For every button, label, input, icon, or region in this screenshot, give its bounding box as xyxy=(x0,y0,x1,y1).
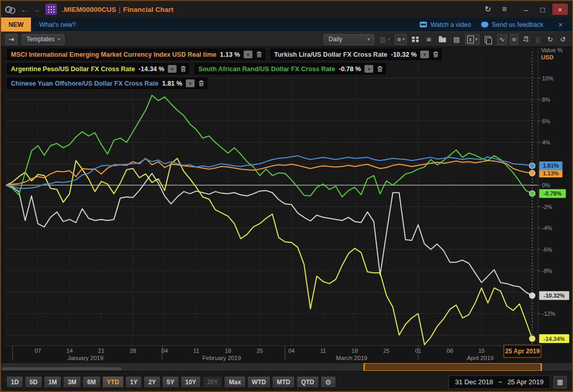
legend-chip-turkish-lira-usd[interactable]: Turkish Lira/US Dollar FX Cross Rate-10.… xyxy=(269,48,442,61)
legend-chip-argentine-peso-usd[interactable]: Argentine Peso/US Dollar FX Cross Rate-1… xyxy=(6,62,190,75)
y-tick-label: 4% xyxy=(542,139,550,145)
period-button-qtd[interactable]: QTD xyxy=(296,376,319,388)
day-tick-label: 25 xyxy=(257,348,263,354)
period-button-1d[interactable]: 1D xyxy=(6,376,23,388)
collapse-chevron-icon[interactable]: ▾ xyxy=(244,51,252,58)
y-axis-title: Value % xyxy=(541,47,563,53)
plot-background xyxy=(5,47,540,347)
y-tick-label: -12% xyxy=(542,311,555,317)
range-selector-handle[interactable] xyxy=(363,363,542,371)
y-axis-currency: USD xyxy=(541,54,553,60)
legend-value: 1.81 % xyxy=(162,80,182,87)
date-range-start: 31 Dec 2018 xyxy=(455,378,494,386)
period-button-5d[interactable]: 5D xyxy=(25,376,42,388)
trash-icon xyxy=(433,51,439,58)
series-end-dot-msci-em-currency-index xyxy=(530,170,535,176)
series-end-dot-chinese-yuan-offshore-usd xyxy=(530,163,535,169)
axis-badge-label: -10.32% xyxy=(544,292,565,299)
period-button-ytd[interactable]: YTD xyxy=(102,376,124,388)
legend-value: -14.34 % xyxy=(138,66,164,73)
collapse-chevron-icon[interactable]: ▾ xyxy=(168,65,177,73)
legend-chip-msci-em-currency-index[interactable]: MSCI International Emerging Market Curre… xyxy=(6,48,266,61)
legend-chip-chinese-yuan-offshore-usd[interactable]: Chinese Yuan Offshore/US Dollar FX Cross… xyxy=(6,77,208,90)
legend-label: Turkish Lira/US Dollar FX Cross Rate xyxy=(274,51,387,58)
day-tick-label: 04 xyxy=(162,348,168,354)
trash-icon xyxy=(377,66,383,72)
collapse-chevron-icon[interactable]: ▾ xyxy=(364,65,373,73)
series-end-dot-turkish-lira-usd xyxy=(530,293,535,299)
period-button-3m[interactable]: 3M xyxy=(63,376,81,388)
day-tick-label: 08 xyxy=(447,348,453,354)
axis-badge-label: -14.34% xyxy=(544,336,565,342)
series-end-dot-argentine-peso-usd xyxy=(530,336,535,341)
delete-series-button[interactable] xyxy=(433,51,439,58)
axis-badge-label: -0.78% xyxy=(544,190,562,197)
y-tick-label: 6% xyxy=(542,118,550,124)
day-tick-label: 14 xyxy=(67,348,73,354)
legend-row: Chinese Yuan Offshore/US Dollar FX Cross… xyxy=(6,77,442,90)
day-tick-label: 28 xyxy=(130,348,136,354)
day-tick-label: 21 xyxy=(98,348,104,354)
y-tick-label: 8% xyxy=(542,96,550,103)
y-tick-label: -2% xyxy=(542,204,552,210)
delete-series-button[interactable] xyxy=(198,80,204,87)
legend-row: MSCI International Emerging Market Curre… xyxy=(6,48,442,61)
day-tick-label: 25 xyxy=(383,348,389,354)
period-button-10y[interactable]: 10Y xyxy=(181,376,201,388)
y-tick-label: 0% xyxy=(542,182,550,188)
delete-series-button[interactable] xyxy=(256,51,262,58)
month-label: March 2019 xyxy=(336,355,368,361)
day-tick-label: 01 xyxy=(415,348,421,354)
day-tick-label: 11 xyxy=(320,348,326,354)
last-date-label: 25 Apr 2019 xyxy=(505,348,540,355)
period-button-1y[interactable]: 1Y xyxy=(125,376,142,388)
series-end-dot-south-african-rand-usd xyxy=(530,191,535,197)
legend-label: Chinese Yuan Offshore/US Dollar FX Cross… xyxy=(11,80,158,87)
date-range-box[interactable]: 31 Dec 2018 ~ 25 Apr 2019 xyxy=(449,375,550,389)
axis-badge-label: 1.81% xyxy=(543,162,559,169)
date-range-end: 25 Apr 2019 xyxy=(507,378,544,386)
legend-label: South African Rand/US Dollar FX Cross Ra… xyxy=(198,66,335,73)
period-button-6m[interactable]: 6M xyxy=(83,376,101,388)
month-label: January 2019 xyxy=(68,355,104,361)
trash-icon xyxy=(256,51,262,58)
date-range: 31 Dec 2018 ~ 25 Apr 2019 ▦ xyxy=(449,375,567,389)
collapse-chevron-icon[interactable]: ▾ xyxy=(420,51,429,58)
legend-value: 1.13 % xyxy=(220,51,240,58)
day-tick-label: 15 xyxy=(479,348,485,354)
calendar-icon[interactable]: ▦ xyxy=(553,376,567,388)
period-button-wtd[interactable]: WTD xyxy=(247,376,270,388)
day-tick-label: 04 xyxy=(288,348,294,354)
period-button-5y[interactable]: 5Y xyxy=(162,376,179,388)
chart-settings-gear-icon[interactable]: ⚙ xyxy=(321,376,337,388)
period-button-max[interactable]: Max xyxy=(224,376,245,388)
range-track-segment xyxy=(2,367,122,370)
y-tick-label: 10% xyxy=(542,75,553,81)
period-bar: 1D5D1M3M6MYTD1Y2Y5Y10Y20YMaxWTDMTDQTD⚙ 3… xyxy=(1,372,572,392)
trash-icon xyxy=(198,80,204,87)
month-label: February 2019 xyxy=(202,355,241,361)
period-button-1m[interactable]: 1M xyxy=(44,376,62,388)
legend-row: Argentine Peso/US Dollar FX Cross Rate-1… xyxy=(6,62,442,75)
legend-value: -0.78 % xyxy=(339,66,361,73)
delete-series-button[interactable] xyxy=(377,66,383,72)
legend: MSCI International Emerging Market Curre… xyxy=(6,48,442,91)
y-tick-label: -8% xyxy=(542,268,552,274)
axis-badge-label: 1.13% xyxy=(543,170,559,176)
range-selector-track[interactable] xyxy=(1,363,572,371)
period-button-20y: 20Y xyxy=(202,376,222,388)
period-button-mtd[interactable]: MTD xyxy=(272,376,295,388)
delete-series-button[interactable] xyxy=(180,66,186,72)
day-tick-label: 18 xyxy=(352,348,358,354)
financial-chart-window: January 2019February 2019March 2019April… xyxy=(0,0,573,392)
month-label: April 2019 xyxy=(467,355,494,361)
legend-label: MSCI International Emerging Market Curre… xyxy=(11,51,216,58)
legend-value: -10.32 % xyxy=(391,51,417,58)
day-tick-label: 07 xyxy=(35,348,41,354)
date-range-separator: ~ xyxy=(498,378,502,386)
period-button-2y[interactable]: 2Y xyxy=(144,376,161,388)
y-tick-label: -6% xyxy=(542,247,552,253)
legend-chip-south-african-rand-usd[interactable]: South African Rand/US Dollar FX Cross Ra… xyxy=(194,62,387,75)
collapse-chevron-icon[interactable]: ▾ xyxy=(186,79,195,87)
day-tick-label: 11 xyxy=(194,348,199,354)
